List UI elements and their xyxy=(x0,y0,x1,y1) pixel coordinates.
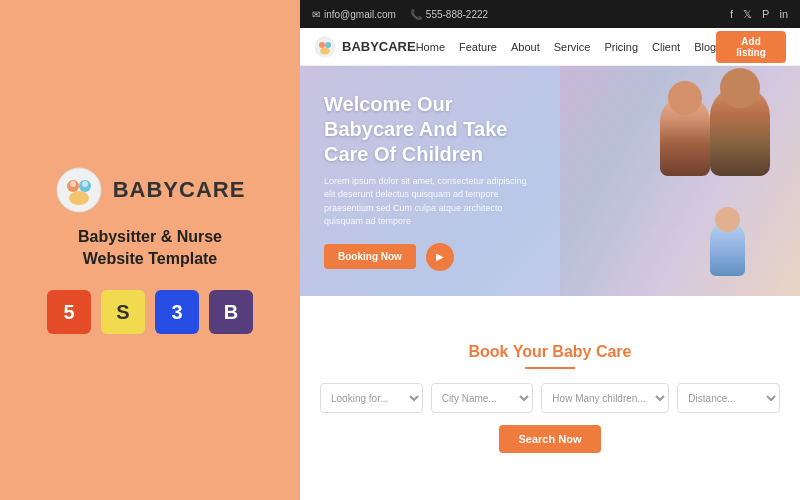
svg-point-3 xyxy=(69,191,89,205)
phone-icon: 📞 xyxy=(410,9,422,20)
svg-point-4 xyxy=(70,181,76,187)
top-bar-left: ✉ info@gmail.com 📞 555-888-2222 xyxy=(312,9,488,20)
search-button[interactable]: Search Now xyxy=(499,425,602,453)
city-select[interactable]: City Name... xyxy=(431,383,534,413)
nav-about[interactable]: About xyxy=(511,41,540,53)
logo-area: BABYCARE xyxy=(55,166,246,214)
hero-content: Welcome Our Babycare And Take Care Of Ch… xyxy=(300,72,560,291)
play-button[interactable]: ▶ xyxy=(426,243,454,271)
hero-actions: Booking Now ▶ xyxy=(324,243,536,271)
social-icons: f 𝕏 P in xyxy=(730,8,788,21)
svg-point-8 xyxy=(325,42,331,48)
facebook-icon[interactable]: f xyxy=(730,8,733,20)
nav-feature[interactable]: Feature xyxy=(459,41,497,53)
css3-badge: 3 xyxy=(155,290,199,334)
left-panel: BABYCARE Babysitter & Nurse Website Temp… xyxy=(0,0,300,500)
svg-point-7 xyxy=(319,42,325,48)
nav-bar: BABYCARE Home Feature About Service Pric… xyxy=(300,28,800,66)
person-father xyxy=(710,86,770,176)
pinterest-icon[interactable]: P xyxy=(762,8,769,20)
hero-image xyxy=(560,66,800,296)
add-listing-button[interactable]: Add listing xyxy=(716,31,786,63)
babycare-logo-icon xyxy=(55,166,103,214)
distance-select[interactable]: Distance... xyxy=(677,383,780,413)
email-item: ✉ info@gmail.com xyxy=(312,9,396,20)
html5-badge: 5 xyxy=(47,290,91,334)
title-underline xyxy=(525,367,575,369)
person-child xyxy=(710,221,745,276)
children-select[interactable]: How Many children... xyxy=(541,383,669,413)
nav-blog[interactable]: Blog xyxy=(694,41,716,53)
hero-section: Welcome Our Babycare And Take Care Of Ch… xyxy=(300,66,800,296)
svg-point-9 xyxy=(320,47,330,54)
nav-service[interactable]: Service xyxy=(554,41,591,53)
book-title: Book Your Baby Care xyxy=(468,343,631,361)
hero-subtitle: Lorem ipsum dolor sit amet, consectetur … xyxy=(324,175,536,229)
nav-logo-icon xyxy=(314,36,336,58)
nav-logo: BABYCARE xyxy=(314,36,416,58)
svg-point-0 xyxy=(57,168,101,212)
person-mother xyxy=(660,96,710,176)
svg-point-5 xyxy=(82,181,88,187)
booking-button[interactable]: Booking Now xyxy=(324,244,416,269)
right-panel: ✉ info@gmail.com 📞 555-888-2222 f 𝕏 P in… xyxy=(300,0,800,500)
nav-client[interactable]: Client xyxy=(652,41,680,53)
looking-for-select[interactable]: Looking for... xyxy=(320,383,423,413)
linkedin-icon[interactable]: in xyxy=(779,8,788,20)
nav-links: Home Feature About Service Pricing Clien… xyxy=(416,41,716,53)
js-badge: S xyxy=(101,290,145,334)
book-section: Book Your Baby Care Looking for... City … xyxy=(300,296,800,500)
twitter-icon[interactable]: 𝕏 xyxy=(743,8,752,21)
tech-badges: 5 S 3 B xyxy=(47,290,253,334)
nav-logo-text: BABYCARE xyxy=(342,39,416,54)
email-icon: ✉ xyxy=(312,9,320,20)
tagline: Babysitter & Nurse Website Template xyxy=(78,226,222,271)
phone-item: 📞 555-888-2222 xyxy=(410,9,488,20)
logo-text: BABYCARE xyxy=(113,177,246,203)
hero-title: Welcome Our Babycare And Take Care Of Ch… xyxy=(324,92,536,167)
nav-pricing[interactable]: Pricing xyxy=(604,41,638,53)
nav-home[interactable]: Home xyxy=(416,41,445,53)
top-bar: ✉ info@gmail.com 📞 555-888-2222 f 𝕏 P in xyxy=(300,0,800,28)
bootstrap-badge: B xyxy=(209,290,253,334)
search-form: Looking for... City Name... How Many chi… xyxy=(320,383,780,413)
